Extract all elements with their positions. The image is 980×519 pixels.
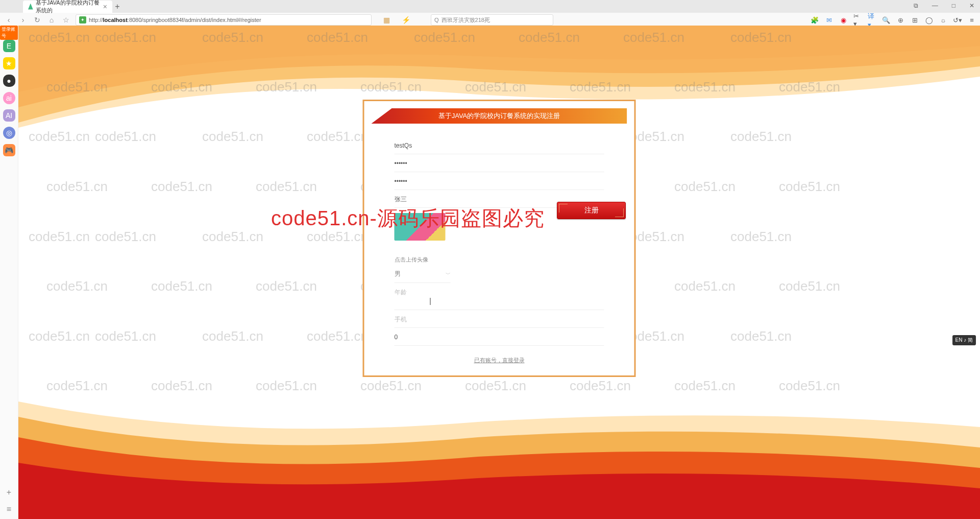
magnify-icon[interactable]: 🔍 (882, 16, 890, 24)
back-button[interactable]: ‹ (4, 15, 13, 25)
confirm-password-input[interactable] (395, 178, 604, 185)
login-link[interactable]: 已有账号，直接登录 (474, 357, 525, 363)
balance-input[interactable] (395, 334, 604, 341)
mail-icon[interactable]: ✉ (825, 16, 833, 24)
register-title: 基于JAVA的学院校内订餐系统的实现注册 (372, 108, 627, 124)
scissors-icon[interactable]: ✂▾ (853, 16, 862, 24)
toolbar-icons: 🧩 ✉ ◉ ✂▾ 译▾ 🔍 ⊕ ⊞ ◯ ☼ ↺▾ ≡ (811, 16, 976, 24)
sun-icon[interactable]: ☼ (939, 16, 947, 24)
age-input[interactable] (395, 289, 604, 296)
globe-icon[interactable]: ⊕ (896, 16, 904, 24)
bolt-icon[interactable]: ⚡ (401, 15, 410, 25)
maximize-window-icon[interactable]: □ (949, 1, 959, 10)
register-button[interactable]: 注册 (557, 202, 626, 219)
text-cursor (430, 298, 431, 305)
circle-icon[interactable]: ◯ (925, 16, 933, 24)
register-card: 基于JAVA的学院校内订餐系统的实现注册 点击上传头像 男 ﹀ 已有账号，直接登… (363, 100, 636, 377)
register-header: 基于JAVA的学院校内订餐系统的实现注册 (372, 108, 627, 124)
window-controls: ⧉ — □ ✕ (911, 1, 977, 10)
reload-button[interactable]: ↻ (33, 15, 42, 25)
tab-bar: 基于JAVA的学院校内订餐系统的 × + ⧉ — □ ✕ (0, 0, 980, 13)
register-button-label: 注册 (584, 206, 599, 215)
sidebar-add[interactable]: + (7, 488, 11, 497)
grid-icon[interactable]: ⊞ (911, 16, 919, 24)
login-badge[interactable]: 登录账号 (0, 26, 18, 40)
home-button[interactable]: ⌂ (47, 15, 56, 25)
nav-bar: ‹ › ↻ ⌂ ☆ ✦ http://localhost:8080/spring… (0, 13, 980, 27)
gender-select[interactable]: 男 ﹀ (395, 266, 451, 283)
qr-icon[interactable]: ▦ (382, 15, 391, 25)
sidebar-app-1[interactable]: E (3, 40, 15, 52)
sidebar-app-6[interactable]: ◎ (3, 127, 15, 139)
chevron-down-icon: ﹀ (446, 271, 451, 278)
sidebar-menu[interactable]: ≡ (7, 505, 11, 514)
weibo-icon[interactable]: ◉ (839, 16, 847, 24)
avatar-label: 点击上传头像 (395, 256, 604, 264)
browser-chrome: 基于JAVA的学院校内订餐系统的 × + ⧉ — □ ✕ ‹ › ↻ ⌂ ☆ ✦… (0, 0, 980, 26)
search-text: 西班牙洪灾致218死 (442, 16, 490, 24)
ime-indicator[interactable]: EN ♪ 简 (952, 335, 976, 345)
avatar-preview (395, 213, 446, 241)
favorite-button[interactable]: ☆ (61, 15, 70, 25)
password-input[interactable] (395, 160, 604, 167)
close-window-icon[interactable]: ✕ (966, 1, 977, 10)
restore-window-icon[interactable]: ⧉ (911, 1, 921, 10)
browser-tab[interactable]: 基于JAVA的学院校内订餐系统的 × (23, 1, 112, 13)
left-sidebar: 登录账号 E ★ ● ai AI ◎ 🎮 + ≡ (0, 26, 18, 519)
url-bar[interactable]: ✦ http://localhost:8080/springboot8834f/… (76, 14, 372, 26)
bg-wave-bottom (18, 376, 980, 519)
refresh2-icon[interactable]: ↺▾ (953, 16, 962, 24)
new-tab-button[interactable]: + (112, 2, 122, 11)
search-bar[interactable]: Q 西班牙洪灾致218死 (431, 14, 553, 26)
sidebar-app-5[interactable]: AI (3, 109, 15, 122)
close-tab-icon[interactable]: × (103, 3, 107, 11)
sidebar-app-3[interactable]: ● (3, 75, 15, 87)
search-icon: Q (434, 17, 439, 23)
page-content: code51.cn code51.cn code51.cn code51.cn … (18, 26, 980, 519)
extension-icon[interactable]: 🧩 (811, 16, 819, 24)
translate-icon[interactable]: 译▾ (868, 16, 876, 24)
sidebar-app-7[interactable]: 🎮 (3, 144, 15, 156)
sidebar-app-2[interactable]: ★ (3, 57, 15, 69)
tab-title: 基于JAVA的学院校内订餐系统的 (36, 0, 101, 14)
sidebar-app-4[interactable]: ai (3, 92, 15, 104)
gender-value: 男 (395, 270, 401, 278)
forward-button[interactable]: › (18, 15, 28, 25)
username-input[interactable] (395, 142, 604, 149)
url-text: http://localhost:8080/springboot8834f/ad… (89, 17, 261, 23)
secure-icon: ✦ (79, 16, 86, 23)
menu-icon[interactable]: ≡ (968, 16, 976, 24)
phone-input[interactable] (395, 316, 604, 323)
vue-icon (28, 4, 33, 10)
minimize-window-icon[interactable]: — (929, 1, 941, 10)
